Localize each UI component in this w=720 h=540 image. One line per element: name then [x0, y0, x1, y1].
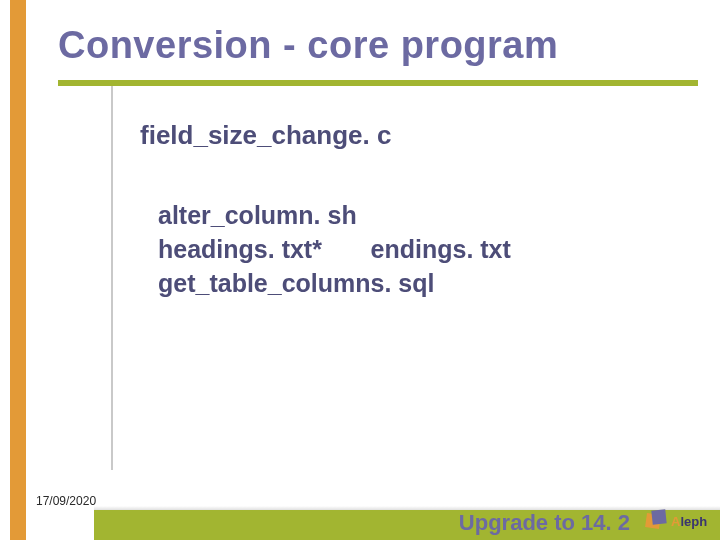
footer: 17/09/2020 Upgrade to 14. 2 Aleph	[0, 480, 720, 540]
title-underline	[58, 80, 698, 86]
file-item: headings. txt* endings. txt	[158, 233, 680, 267]
file-item: get_table_columns. sql	[158, 267, 680, 301]
slide: Conversion - core program field_size_cha…	[0, 0, 720, 540]
logo-text: Aleph	[671, 514, 707, 529]
file-item-label: endings. txt	[371, 235, 511, 263]
file-item-label: headings. txt*	[158, 235, 322, 263]
content-guide-line	[111, 86, 113, 470]
logo-mark-icon	[646, 510, 668, 532]
section-heading: field_size_change. c	[140, 120, 680, 151]
footer-caption: Upgrade to 14. 2	[459, 510, 630, 536]
left-accent-bar	[10, 0, 26, 540]
slide-title: Conversion - core program	[58, 24, 558, 67]
logo-letter: A	[671, 514, 680, 529]
logo-rest: leph	[680, 514, 707, 529]
content-block: field_size_change. c alter_column. sh he…	[140, 120, 680, 300]
file-item-spacer	[322, 235, 371, 263]
logo: Aleph	[646, 504, 712, 538]
file-item: alter_column. sh	[158, 199, 680, 233]
footer-date: 17/09/2020	[36, 494, 96, 508]
file-list: alter_column. sh headings. txt* endings.…	[158, 199, 680, 300]
